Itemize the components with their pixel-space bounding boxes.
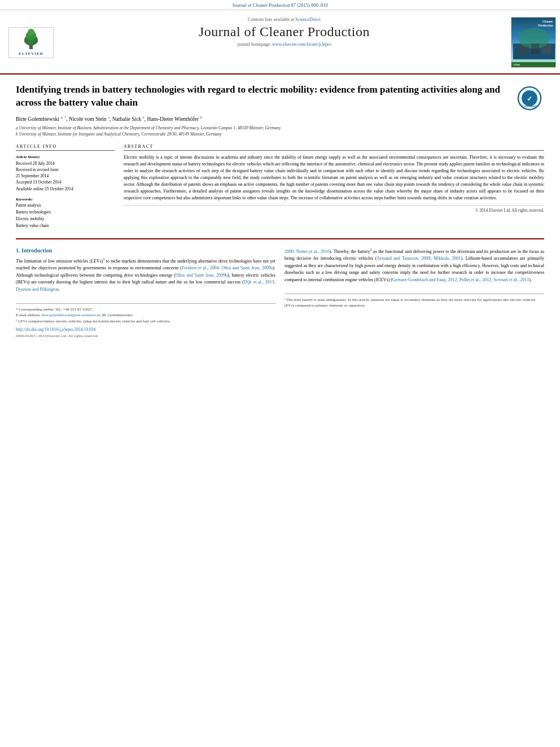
authors-line: Birte Golembiewski a, *, Nicole vom Stei… (16, 115, 544, 122)
sciencedirect-link[interactable]: ScienceDirect (295, 17, 321, 22)
footnotes-left: * Corresponding author. Tel.: +49 251 83… (16, 303, 275, 339)
journal-citation-bar: Journal of Cleaner Production 87 (2015) … (0, 0, 560, 10)
svg-rect-10 (541, 45, 551, 54)
svg-text:✓: ✓ (527, 95, 532, 103)
cover-bottom: CHat (511, 62, 555, 67)
homepage-line: journal homepage: www.elsevier.com/locat… (68, 42, 501, 47)
affiliation-a: a University of Münster, Institute of Bu… (16, 125, 544, 132)
svg-rect-9 (531, 43, 539, 54)
article-body: Identifying trends in battery technologi… (0, 75, 560, 348)
corresponding-note: * Corresponding author. Tel.: +49 251 83… (16, 307, 275, 313)
journal-cover-area: Cleaner Production CHat (506, 15, 560, 70)
main-content-section: 1. Introduction The limitation of low em… (16, 247, 544, 339)
svg-point-3 (28, 29, 34, 36)
article-history-block: Article history: Received 28 July 2014 R… (16, 154, 115, 229)
keywords-section: Keywords: Patent analysis Battery techno… (16, 196, 115, 230)
section-divider (16, 238, 544, 239)
crossmark-badge[interactable]: ✓ CrossMark (515, 84, 544, 113)
introduction-right-column: 2000; Notter et al., 2010). Thereby, the… (285, 247, 544, 339)
article-info-abstract-section: ARTICLE INFO Article history: Received 2… (16, 144, 544, 229)
journal-title: Journal of Cleaner Production (68, 24, 501, 40)
lev-footnote: ¹ LEVs comprise battery electric vehicle… (16, 318, 275, 325)
homepage-link[interactable]: www.elsevier.com/locate/jclepro (272, 42, 331, 47)
email-note: E-mail address: birte.golembiewski@uni-m… (16, 312, 275, 318)
introduction-heading: 1. Introduction (16, 247, 275, 254)
journal-header-center: Contents lists available at ScienceDirec… (62, 15, 506, 70)
footnote-right: ² The term battery is used ambiguously. … (285, 294, 544, 309)
affiliation-b: b University of Münster, Institute for I… (16, 132, 544, 138)
article-info-heading: ARTICLE INFO (16, 144, 115, 151)
journal-citation-text: Journal of Cleaner Production 87 (2015) … (232, 2, 328, 8)
article-dates: Article history: Received 28 July 2014 R… (16, 154, 115, 192)
email-link[interactable]: birte.golembiewski@uni-muenster.de (42, 313, 101, 317)
keywords-list: Patent analysis Battery technologies Ele… (16, 202, 115, 229)
journal-header: ELSEVIER Contents lists available at Sci… (0, 10, 560, 75)
article-title-block: Identifying trends in battery technologi… (16, 84, 544, 110)
introduction-left-column: 1. Introduction The limitation of low em… (16, 247, 275, 339)
elsevier-logo-area: ELSEVIER (0, 15, 62, 70)
article-info-column: ARTICLE INFO Article history: Received 2… (16, 144, 115, 229)
introduction-text-right: 2000; Notter et al., 2010). Thereby, the… (285, 247, 544, 283)
abstract-column: ABSTRACT Electric mobility is a topic of… (124, 144, 544, 229)
copyright-line: © 2014 Elsevier Ltd. All rights reserved… (124, 205, 544, 213)
sciencedirect-line: Contents lists available at ScienceDirec… (68, 17, 501, 22)
journal-cover-image: Cleaner Production CHat (511, 17, 556, 68)
abstract-heading: ABSTRACT (124, 144, 544, 151)
elsevier-logo: ELSEVIER (8, 27, 54, 58)
svg-text:CrossMark: CrossMark (522, 104, 537, 108)
affiliations-block: a University of Münster, Institute of Bu… (16, 125, 544, 137)
doi-link[interactable]: http://dx.doi.org/10.1016/j.jclepro.2014… (16, 326, 275, 333)
battery-footnote: ² The term battery is used ambiguously. … (285, 297, 544, 309)
introduction-text-left: The limitation of low emission vehicles … (16, 257, 275, 293)
issn-line: 0959-6526/© 2014 Elsevier Ltd. All right… (16, 333, 275, 339)
elsevier-brand-text: ELSEVIER (19, 51, 43, 56)
article-title-text: Identifying trends in battery technologi… (16, 84, 500, 108)
abstract-text: Electric mobility is a topic of intense … (124, 154, 544, 202)
svg-rect-8 (518, 46, 529, 54)
